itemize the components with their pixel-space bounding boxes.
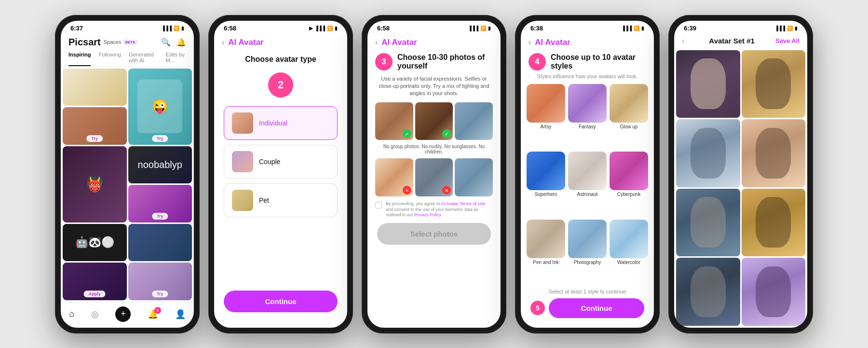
phone-2: 6:58 ▶ ▐▐▐ 🛜 ▮ ‹ AI Avatar Choose avatar… [208,15,353,334]
status-bar-5: 6:39 ▐▐▐ 🛜 ▮ [674,21,807,34]
spaces-badge[interactable]: Spaces BETA [104,39,137,45]
avatar-result-1[interactable] [676,50,740,118]
back-btn-5[interactable]: ‹ [682,37,684,45]
feed-item-7: 🤖🐼⚪ [63,224,127,262]
avatar-type-pet[interactable]: Pet [224,183,338,217]
signal-icon-3: ▐▐▐ [468,26,478,31]
fantasy-label: Fantasy [579,124,596,129]
terms-text: By proceeding, you agree to AI Avatar Te… [386,201,493,218]
artsy-thumb [527,84,565,123]
feed-item-1 [63,69,127,106]
profile-nav-item[interactable]: 👤 [175,309,186,320]
photos-grid-bottom: ✕ ✕ [367,156,501,198]
tab-inspiring[interactable]: Inspiring [68,52,91,66]
back-btn-3[interactable]: ‹ [375,38,378,47]
step-row-4: 4 Choose up to 10 avatar styles [521,51,654,72]
time-1: 6:37 [70,25,83,32]
avatar-result-4[interactable] [742,119,806,187]
photo-check-2: ✓ [442,129,451,138]
try-btn-3[interactable]: Try [86,135,103,142]
style-superhero[interactable]: Superhero [527,152,565,217]
phone-3-screen: 6:58 ▐▐▐ 🛜 ▮ ‹ AI Avatar 3 Choose 10-30 … [367,21,501,328]
status-bar-3: 6:58 ▐▐▐ 🛜 ▮ [367,21,501,34]
try-btn-6[interactable]: Try [152,213,168,220]
try-btn-2[interactable]: Try [152,135,168,142]
search-icon[interactable]: 🔍 [161,38,171,47]
couple-thumb [232,151,253,172]
time-5: 6:39 [684,25,696,32]
continue-btn-4[interactable]: Continue [549,298,644,318]
avatar-result-6[interactable] [742,189,806,257]
terms-checkbox[interactable] [375,202,382,209]
photo-1[interactable]: ✓ [375,102,413,140]
photos-grid-top: ✓ ✓ [367,100,501,142]
avatar-type-list: Individual Couple Pet [214,102,347,286]
photo-check-1: ✓ [403,129,411,138]
screen-header-2: ‹ AI Avatar [214,34,347,51]
photo-3[interactable] [455,102,493,140]
tab-ai[interactable]: Generated with AI [129,52,158,66]
battery-icon: ▮ [181,26,184,31]
cyberpunk-label: Cyberpunk [617,192,640,197]
screen-title-3: AI Avatar [381,38,417,47]
choose-type-title: Choose avatar type [214,51,347,68]
avatar-result-2[interactable] [742,50,806,118]
continue-btn-2[interactable]: Continue [224,291,338,312]
individual-label: Individual [259,119,287,127]
style-watercolor[interactable]: Watercolor [610,220,648,285]
style-glowup[interactable]: Glow up [610,84,648,149]
style-cyberpunk[interactable]: Cyberpunk [610,152,648,217]
phone-4-screen: 6:38 ▐▐▐ 🛜 ▮ ‹ AI Avatar 4 Choose up to … [521,21,654,328]
signal-icon-2: ▐▐▐ [315,26,325,31]
signal-icon-5: ▐▐▐ [775,26,785,31]
status-icons-5: ▐▐▐ 🛜 ▮ [775,26,798,31]
style-penink[interactable]: Pen and Ink [527,220,565,285]
notification-icon[interactable]: 🔔 [176,38,186,47]
style-fantasy[interactable]: Fantasy [568,84,607,149]
battery-icon-3: ▮ [488,26,491,31]
avatar-set-header: ‹ Avatar Set #1 Save All [674,34,807,48]
photo-6[interactable] [455,158,493,196]
avatar-result-7[interactable] [676,258,740,326]
photo-4[interactable]: ✕ [375,158,413,196]
astronaut-label: Astronaut [577,192,598,197]
back-btn-2[interactable]: ‹ [222,38,224,47]
tab-edits[interactable]: Edits by M... [166,52,186,66]
app-header: Picsart Spaces BETA 🔍 🔔 Inspiring Follow… [61,34,194,67]
home-nav-item[interactable]: ⌂ [69,309,74,319]
save-all-btn[interactable]: Save All [775,37,800,44]
style-astronaut[interactable]: Astronaut [568,152,607,217]
phone-5-screen: 6:39 ▐▐▐ 🛜 ▮ ‹ Avatar Set #1 Save All [674,21,807,328]
glowup-thumb [610,84,648,123]
status-bar-2: 6:58 ▶ ▐▐▐ 🛜 ▮ [214,21,347,34]
avatar-type-couple[interactable]: Couple [224,145,338,179]
avatar-result-5[interactable] [676,189,740,257]
explore-nav-item[interactable]: ◎ [91,309,99,320]
photo-5[interactable]: ✕ [415,158,453,196]
step-num-4: 4 [529,53,546,70]
back-btn-4[interactable]: ‹ [529,38,531,47]
terms-link[interactable]: AI Avatar Terms of Use [441,201,486,206]
style-artsy[interactable]: Artsy [527,84,565,149]
select-photos-btn[interactable]: Select photos [377,223,491,245]
feed-item-8 [128,224,192,262]
add-btn[interactable]: + [115,306,131,322]
style-photography[interactable]: Photography [568,220,607,285]
avatar-result-8[interactable] [742,258,806,326]
tab-following[interactable]: Following [98,52,121,66]
battery-icon-2: ▮ [335,26,338,31]
privacy-link[interactable]: Privacy Policy [414,212,441,217]
feed-item-2: 😜 Try [128,69,192,145]
try-btn-10[interactable]: Try [152,291,168,297]
beta-badge: BETA [123,40,137,45]
avatar-type-individual[interactable]: Individual [224,106,338,140]
fantasy-thumb [568,84,607,123]
photo-2[interactable]: ✓ [415,102,453,140]
apply-btn[interactable]: Apply [84,291,106,297]
photography-label: Photography [574,260,601,265]
styles-subtitle: Styles influence how your avatars will l… [521,72,654,82]
time-3: 6:58 [377,25,390,32]
avatar-result-3[interactable] [676,119,740,187]
notification-nav-item[interactable]: 🔔 1 [148,309,158,320]
pet-thumb [232,190,253,211]
